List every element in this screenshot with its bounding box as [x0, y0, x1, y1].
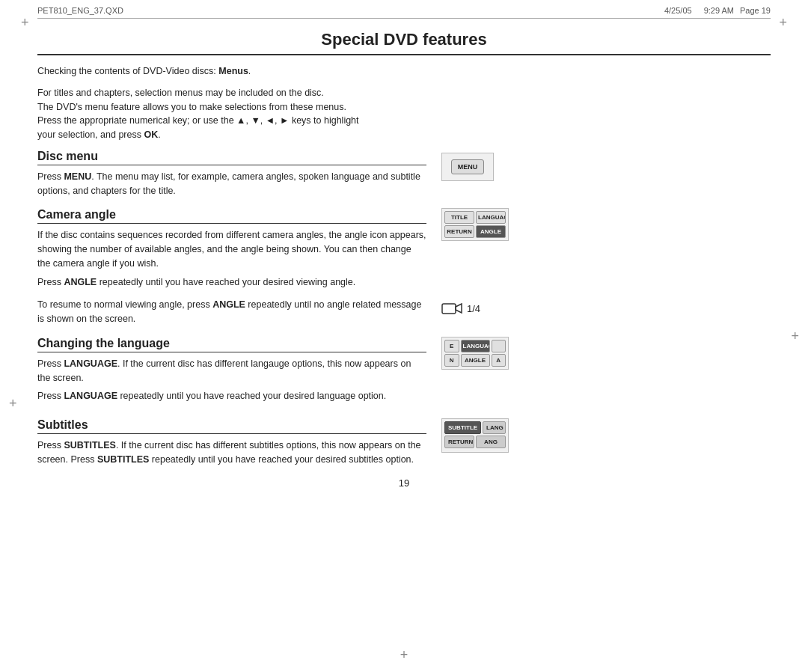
- n-btn: N: [444, 354, 459, 367]
- angle-remote-grid: TITLE LANGUAGE RETURN ANGLE: [441, 208, 509, 241]
- crosshair-top-left: +: [21, 15, 29, 31]
- camera-angle-image: TITLE LANGUAGE RETURN ANGLE: [441, 208, 509, 241]
- header-date: 4/25/05: [664, 6, 692, 15]
- svg-marker-1: [456, 304, 462, 313]
- page-title: Special DVD features: [37, 30, 771, 55]
- svg-rect-0: [442, 304, 456, 314]
- disc-menu-content: Disc menu Press MENU. The menu may list,…: [37, 150, 426, 198]
- angle-icon-display: 1/4: [441, 298, 480, 319]
- lang-btn: LANG: [483, 421, 506, 434]
- section-changing-language: Changing the language Press LANGUAGE. If…: [37, 337, 771, 408]
- crosshair-mid-right: +: [791, 329, 799, 344]
- section-disc-menu: Disc menu Press MENU. The menu may list,…: [37, 150, 771, 198]
- angle-icon-text-content: To resume to normal viewing angle, press…: [37, 298, 426, 326]
- intro-line1: Checking the contents of DVD-Video discs…: [37, 64, 426, 79]
- intro-menus-bold: Menus: [218, 66, 248, 76]
- language-text: Press LANGUAGE. If the current disc has …: [37, 357, 426, 403]
- camera-angle-content: Camera angle If the disc contains sequen…: [37, 208, 426, 293]
- intro-text: Checking the contents of DVD-Video discs…: [37, 64, 426, 79]
- angle-btn-2: ANGLE: [461, 354, 490, 367]
- subtitle-btn: SUBTITLE: [444, 421, 481, 434]
- subtitle-panel: SUBTITLE LANG RETURN ANG: [441, 418, 509, 453]
- subtitle-row-1: SUBTITLE LANG: [444, 421, 506, 434]
- intro-para: For titles and chapters, selection menus…: [37, 86, 426, 142]
- subtitles-content: Subtitles Press SUBTITLES. If the curren…: [37, 418, 426, 467]
- camera-angle-text1: If the disc contains sequences recorded …: [37, 228, 426, 289]
- section-camera-angle: Camera angle If the disc contains sequen…: [37, 208, 771, 293]
- e-btn: E: [444, 340, 459, 352]
- disc-menu-text: Press MENU. The menu may list, for examp…: [37, 170, 426, 198]
- menu-button-panel: MENU: [441, 153, 494, 181]
- intro-para-text: For titles and chapters, selection menus…: [37, 86, 426, 142]
- language-title: Changing the language: [37, 337, 426, 352]
- angle-resume-text: To resume to normal viewing angle, press…: [37, 298, 426, 326]
- return-btn-2: RETURN: [444, 436, 474, 448]
- subtitles-text: Press SUBTITLES. If the current disc has…: [37, 439, 426, 467]
- subtitles-title: Subtitles: [37, 418, 426, 434]
- disc-menu-image: MENU: [441, 150, 494, 181]
- language-remote-grid: E LANGUAGE N ANGLE A: [441, 337, 509, 370]
- header-page-label: Page 19: [740, 6, 771, 15]
- page-header: PET810_ENG_37.QXD 4/25/05 9:29 AM Page 1…: [37, 6, 771, 19]
- language-highlight-btn: LANGUAGE: [461, 340, 490, 352]
- angle-count-display: 1/4: [441, 301, 480, 316]
- crosshair-mid-left: +: [9, 395, 17, 411]
- camera-angle-title: Camera angle: [37, 208, 426, 224]
- return-btn: RETURN: [444, 225, 474, 238]
- title-btn: TITLE: [444, 211, 474, 224]
- subtitles-image: SUBTITLE LANG RETURN ANG: [441, 418, 509, 453]
- menu-button: MENU: [451, 159, 485, 174]
- language-btn: LANGUAGE: [476, 211, 506, 224]
- disc-menu-title: Disc menu: [37, 150, 426, 165]
- blank-btn-1: [492, 340, 506, 352]
- camera-icon: [441, 301, 462, 316]
- subtitle-row-2: RETURN ANG: [444, 436, 506, 448]
- language-image: E LANGUAGE N ANGLE A: [441, 337, 509, 370]
- ang-btn: ANG: [476, 436, 506, 448]
- header-filename: PET810_ENG_37.QXD: [37, 6, 657, 15]
- header-time: 9:29 AM: [704, 6, 734, 15]
- intro-ok-bold: OK: [144, 129, 158, 140]
- a-btn: A: [492, 354, 506, 367]
- angle-fraction: 1/4: [467, 303, 480, 314]
- main-content: Special DVD features Checking the conten…: [37, 30, 771, 627]
- language-content: Changing the language Press LANGUAGE. If…: [37, 337, 426, 408]
- disc-menu-bold: MENU: [64, 171, 91, 182]
- angle-btn: ANGLE: [476, 225, 506, 238]
- crosshair-bottom-center: +: [400, 647, 408, 663]
- page-number: 19: [37, 477, 771, 489]
- section-angle-icon: To resume to normal viewing angle, press…: [37, 298, 771, 326]
- section-subtitles: Subtitles Press SUBTITLES. If the curren…: [37, 418, 771, 467]
- crosshair-top-right: +: [779, 15, 787, 31]
